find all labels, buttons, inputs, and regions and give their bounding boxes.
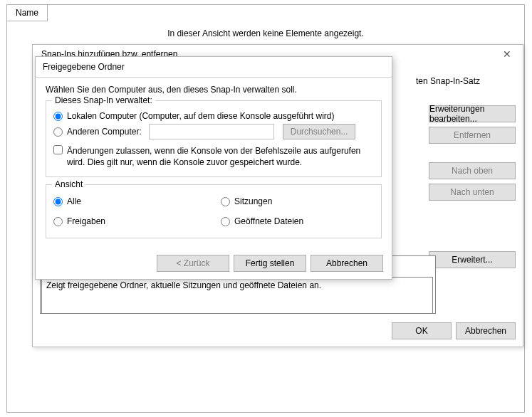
shared-folders-dialog-title: Freigegebene Ordner [36, 57, 392, 78]
snapin-set-label-fragment: ten Snap-In-Satz [416, 76, 480, 86]
column-header-name[interactable]: Name [6, 4, 48, 21]
radio-view-shares[interactable]: Freigaben [53, 216, 207, 226]
radio-view-sessions[interactable]: Sitzungen [221, 196, 374, 206]
view-group-label: Ansicht [52, 179, 85, 189]
edit-extensions-button[interactable]: Erweiterungen bearbeiten... [429, 105, 516, 122]
finish-button[interactable]: Fertig stellen [234, 255, 306, 272]
browse-button[interactable]: Durchsuchen... [283, 124, 356, 139]
radio-local-computer-label: Lokalen Computer (Computer, auf dem dies… [67, 111, 335, 121]
radio-local-computer-input[interactable] [53, 112, 63, 121]
column-header-name-label: Name [16, 8, 38, 18]
allow-changes-label: Änderungen zulassen, wenn die Konsole vo… [67, 145, 374, 168]
allow-changes-checkbox[interactable] [53, 145, 63, 154]
radio-other-computer[interactable]: Anderen Computer: [53, 127, 142, 137]
radio-view-shares-label: Freigaben [67, 216, 105, 226]
dialog-prompt: Wählen Sie den Computer aus, den dieses … [46, 85, 382, 95]
wizard-cancel-button[interactable]: Abbrechen [311, 255, 383, 272]
radio-other-computer-input[interactable] [53, 127, 63, 137]
radio-local-computer[interactable]: Lokalen Computer (Computer, auf dem dies… [53, 111, 374, 121]
radio-view-all-input[interactable] [53, 197, 63, 206]
radio-view-all[interactable]: Alle [53, 196, 207, 206]
radio-view-shares-input[interactable] [53, 217, 63, 226]
other-computer-field[interactable] [149, 124, 274, 139]
cancel-button[interactable]: Abbrechen [456, 322, 516, 339]
radio-view-sessions-input[interactable] [221, 197, 230, 206]
snapin-manages-group: Dieses Snap-In verwaltet: Lokalen Comput… [46, 100, 382, 177]
back-button[interactable]: < Zurück [157, 255, 229, 272]
description-text: Zeigt freigegebene Ordner, aktuelle Sitz… [46, 280, 321, 290]
radio-view-all-label: Alle [67, 196, 81, 206]
shared-folders-dialog: Freigegebene Ordner Wählen Sie den Compu… [35, 56, 392, 280]
view-group: Ansicht Alle Sitzungen Freigaben [46, 184, 382, 238]
close-icon[interactable]: ✕ [494, 46, 520, 62]
move-down-button[interactable]: Nach unten [429, 184, 516, 201]
description-box: Zeigt freigegebene Ordner, aktuelle Sitz… [41, 277, 433, 314]
advanced-button[interactable]: Erweitert... [429, 251, 516, 268]
radio-view-openfiles[interactable]: Geöffnete Dateien [221, 216, 374, 226]
remove-button[interactable]: Entfernen [429, 127, 516, 144]
radio-other-computer-label: Anderen Computer: [67, 127, 142, 137]
empty-view-message: In dieser Ansicht werden keine Elemente … [7, 28, 524, 38]
move-up-button[interactable]: Nach oben [429, 162, 516, 179]
snapin-manages-group-label: Dieses Snap-In verwaltet: [52, 95, 155, 105]
radio-view-sessions-label: Sitzungen [234, 196, 272, 206]
radio-view-openfiles-label: Geöffnete Dateien [234, 216, 303, 226]
ok-button[interactable]: OK [392, 322, 452, 339]
radio-view-openfiles-input[interactable] [221, 217, 230, 226]
